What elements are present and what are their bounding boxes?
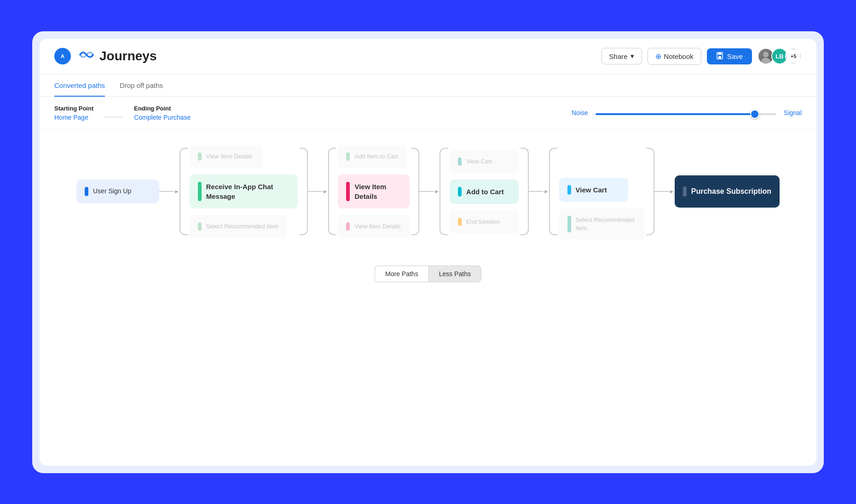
header: A Journeys Share ▾ ⊕ N [40,39,816,75]
col3-node-bottom[interactable]: End Session [450,210,519,233]
col3-node-top[interactable]: View Cart [450,150,519,173]
plus-icon: ⊕ [655,52,661,61]
col4-main-text: View Cart [576,185,607,195]
less-paths-label: Less Paths [439,270,471,278]
column-2: Add Item to Cart View Item Details View … [338,145,409,238]
connector-col1-col2: ► [308,188,328,195]
bottom-bar: More Paths Less Paths [367,258,489,290]
noise-signal-slider[interactable] [596,113,776,115]
connector-col2-col3: ► [419,188,440,195]
share-button[interactable]: Share ▾ [602,48,642,64]
column-1: View Item Details Receive In-App Chat Me… [190,145,298,238]
app-title: Journeys [99,49,157,64]
col1-bottom-text: Select Recommended Item [206,222,278,231]
col4-bottom-accent [567,216,571,232]
col4-node-bottom[interactable]: Select Recommended Item [559,209,644,240]
col2-node-main[interactable]: View Item Details [338,174,409,209]
connector-col3-col4: ► [529,188,549,195]
col3-bottom-text: End Session [466,218,500,226]
save-button[interactable]: Save [707,48,752,64]
notebook-label: Notebook [664,52,694,60]
less-paths-button[interactable]: Less Paths [428,266,481,282]
outer-wrapper: A Journeys Share ▾ ⊕ N [32,31,824,473]
svg-point-5 [763,52,769,57]
end-node[interactable]: Purchase Subscription [675,175,780,208]
filter-path-divider [104,117,123,117]
noise-signal-control: Noise Signal [572,109,802,117]
col3-main-text: Add to Cart [466,187,504,197]
filter-bar: Starting Point Home Page Ending Point Co… [40,97,816,130]
journey-canvas: User Sign Up ► View Item Details [40,130,816,466]
svg-point-6 [761,58,770,64]
journeys-logo-icon [78,48,95,64]
avatar-count: +5 [785,48,802,64]
col1-main-text: Receive In-App Chat Message [206,182,289,201]
save-icon [716,52,723,61]
col1-top-accent [198,152,202,161]
share-label: Share [609,52,628,60]
col3-bottom-accent [458,218,462,226]
tab-converted-paths[interactable]: Converted paths [54,75,105,97]
col2-top-text: Add Item to Cart [354,152,398,161]
more-paths-label: More Paths [385,270,418,278]
col2-bottom-text: View Item Details [354,222,400,231]
more-paths-button[interactable]: More Paths [375,266,428,282]
col3-top-accent [458,157,462,166]
ending-point-value[interactable]: Complete Purchase [134,114,191,121]
col1-node-main[interactable]: Receive In-App Chat Message [190,174,298,209]
starting-point-value[interactable]: Home Page [54,114,93,121]
tabs-bar: Converted paths Drop off paths [40,75,816,97]
bracket-left-4 [549,148,557,235]
col2-node-bottom[interactable]: View Item Details [338,215,409,238]
svg-rect-3 [718,52,722,55]
start-node[interactable]: User Sign Up [76,180,159,203]
col4-bottom-text: Select Recommended Item [576,216,636,232]
col2-main-text: View Item Details [354,182,401,201]
bracket-left [179,148,188,235]
connector-col4-end: ► [654,188,675,195]
header-actions: Share ▾ ⊕ Notebook Save [602,48,802,65]
start-node-text: User Sign Up [93,187,131,196]
bracket-right-3 [521,148,529,235]
col3-top-text: View Cart [466,157,492,166]
avatar-group: LB +5 [758,48,802,64]
bracket-right-1 [300,148,308,235]
svg-text:A: A [61,53,64,59]
noise-signal-slider-container [596,109,776,117]
col4-node-main[interactable]: View Cart [559,178,628,202]
col1-top-text: View Item Details [206,152,252,161]
app-window: A Journeys Share ▾ ⊕ N [40,39,816,466]
col1-node-top[interactable]: View Item Details [190,145,263,168]
ending-point-filter: Ending Point Complete Purchase [134,105,191,121]
col1-bottom-accent [198,222,202,231]
column-4: View Cart Select Recommended Item [559,144,644,240]
col2-main-accent [346,182,350,201]
connector-start-col1: ► [159,188,179,195]
col1-main-accent [198,182,202,201]
ending-point-label: Ending Point [134,105,191,112]
svg-rect-4 [718,56,721,58]
save-label: Save [727,52,743,60]
column-3: View Cart Add to Cart End Session [450,150,519,233]
col3-node-main[interactable]: Add to Cart [450,180,519,204]
end-node-text: Purchase Subscription [691,186,771,197]
col1-node-bottom[interactable]: Select Recommended Item [190,215,287,238]
noise-label: Noise [572,109,588,116]
bracket-right-4 [646,148,654,235]
col4-node-top-empty [559,144,628,171]
bracket-left-3 [440,148,448,235]
col2-node-top[interactable]: Add Item to Cart [338,145,407,168]
notebook-button[interactable]: ⊕ Notebook [648,48,701,65]
col3-main-accent [458,187,462,197]
col2-top-accent [346,152,350,161]
col2-bottom-accent [346,222,350,231]
app-icon: A [54,48,71,64]
starting-point-label: Starting Point [54,105,93,112]
chevron-down-icon: ▾ [630,52,634,60]
bracket-right-2 [411,148,420,235]
tab-dropoff-paths[interactable]: Drop off paths [120,75,163,97]
end-node-accent [683,186,687,197]
col4-main-accent [567,185,571,195]
bracket-left-2 [328,148,336,235]
header-logo: Journeys [78,48,594,64]
